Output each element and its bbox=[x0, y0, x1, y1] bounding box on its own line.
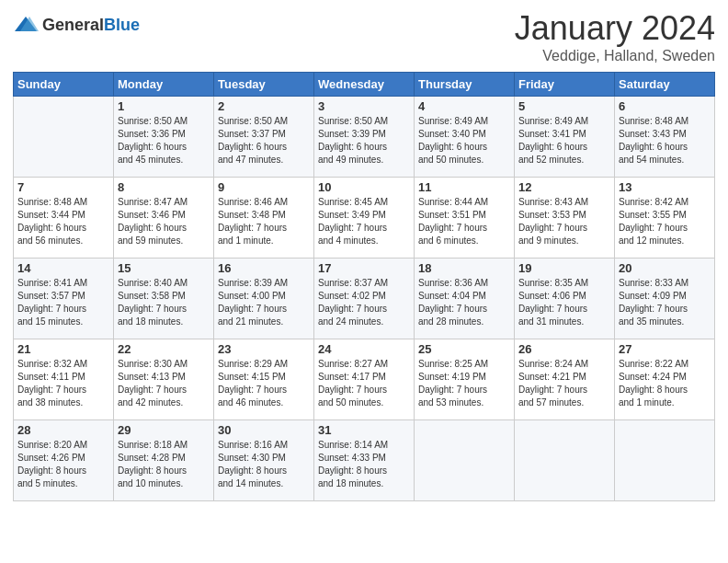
day-info: Sunrise: 8:47 AMSunset: 3:46 PMDaylight:… bbox=[118, 196, 210, 247]
calendar-cell: 12Sunrise: 8:43 AMSunset: 3:53 PMDayligh… bbox=[515, 178, 615, 259]
day-info: Sunrise: 8:24 AMSunset: 4:21 PMDaylight:… bbox=[518, 358, 610, 409]
calendar-week-row: 14Sunrise: 8:41 AMSunset: 3:57 PMDayligh… bbox=[14, 259, 715, 339]
logo-blue-text: Blue bbox=[104, 16, 140, 34]
calendar-cell bbox=[515, 420, 615, 501]
day-number: 29 bbox=[118, 423, 210, 437]
logo-icon bbox=[13, 13, 39, 39]
calendar-cell: 31Sunrise: 8:14 AMSunset: 4:33 PMDayligh… bbox=[314, 420, 415, 501]
day-info: Sunrise: 8:20 AMSunset: 4:26 PMDaylight:… bbox=[17, 439, 109, 490]
day-number: 31 bbox=[318, 423, 410, 437]
day-number: 25 bbox=[418, 342, 510, 356]
day-info: Sunrise: 8:43 AMSunset: 3:53 PMDaylight:… bbox=[518, 196, 610, 247]
calendar-cell: 10Sunrise: 8:45 AMSunset: 3:49 PMDayligh… bbox=[314, 178, 415, 259]
day-number: 26 bbox=[518, 342, 610, 356]
day-info: Sunrise: 8:37 AMSunset: 4:02 PMDaylight:… bbox=[318, 277, 410, 328]
calendar-cell: 18Sunrise: 8:36 AMSunset: 4:04 PMDayligh… bbox=[415, 259, 515, 339]
calendar-cell: 26Sunrise: 8:24 AMSunset: 4:21 PMDayligh… bbox=[515, 339, 615, 420]
day-info: Sunrise: 8:30 AMSunset: 4:13 PMDaylight:… bbox=[118, 358, 210, 409]
header: GeneralBlue January 2024 Veddige, Hallan… bbox=[13, 9, 715, 64]
day-number: 22 bbox=[118, 342, 210, 356]
calendar-cell: 11Sunrise: 8:44 AMSunset: 3:51 PMDayligh… bbox=[415, 178, 515, 259]
calendar-cell: 24Sunrise: 8:27 AMSunset: 4:17 PMDayligh… bbox=[314, 339, 415, 420]
day-number: 13 bbox=[619, 180, 711, 194]
calendar-cell: 28Sunrise: 8:20 AMSunset: 4:26 PMDayligh… bbox=[14, 420, 114, 501]
day-number: 15 bbox=[118, 261, 210, 275]
calendar-cell: 1Sunrise: 8:50 AMSunset: 3:36 PMDaylight… bbox=[114, 97, 214, 178]
day-number: 9 bbox=[218, 180, 310, 194]
weekday-header-tuesday: Tuesday bbox=[214, 73, 314, 97]
calendar-cell: 30Sunrise: 8:16 AMSunset: 4:30 PMDayligh… bbox=[214, 420, 314, 501]
day-number: 2 bbox=[218, 99, 310, 113]
day-number: 14 bbox=[17, 261, 109, 275]
day-info: Sunrise: 8:44 AMSunset: 3:51 PMDaylight:… bbox=[418, 196, 510, 247]
day-number: 5 bbox=[518, 99, 610, 113]
title-block: January 2024 Veddige, Halland, Sweden bbox=[515, 9, 715, 64]
calendar-cell: 29Sunrise: 8:18 AMSunset: 4:28 PMDayligh… bbox=[114, 420, 214, 501]
day-number: 21 bbox=[17, 342, 109, 356]
calendar-cell: 14Sunrise: 8:41 AMSunset: 3:57 PMDayligh… bbox=[14, 259, 114, 339]
day-number: 12 bbox=[518, 180, 610, 194]
calendar-page: GeneralBlue January 2024 Veddige, Hallan… bbox=[0, 0, 728, 563]
calendar-cell: 5Sunrise: 8:49 AMSunset: 3:41 PMDaylight… bbox=[515, 97, 615, 178]
calendar-cell: 27Sunrise: 8:22 AMSunset: 4:24 PMDayligh… bbox=[615, 339, 715, 420]
calendar-cell: 17Sunrise: 8:37 AMSunset: 4:02 PMDayligh… bbox=[314, 259, 415, 339]
calendar-week-row: 21Sunrise: 8:32 AMSunset: 4:11 PMDayligh… bbox=[14, 339, 715, 420]
day-info: Sunrise: 8:14 AMSunset: 4:33 PMDaylight:… bbox=[318, 439, 410, 490]
day-info: Sunrise: 8:45 AMSunset: 3:49 PMDaylight:… bbox=[318, 196, 410, 247]
day-number: 28 bbox=[17, 423, 109, 437]
calendar-cell bbox=[615, 420, 715, 501]
day-info: Sunrise: 8:39 AMSunset: 4:00 PMDaylight:… bbox=[218, 277, 310, 328]
calendar-cell: 16Sunrise: 8:39 AMSunset: 4:00 PMDayligh… bbox=[214, 259, 314, 339]
calendar-week-row: 7Sunrise: 8:48 AMSunset: 3:44 PMDaylight… bbox=[14, 178, 715, 259]
day-info: Sunrise: 8:18 AMSunset: 4:28 PMDaylight:… bbox=[118, 439, 210, 490]
calendar-cell bbox=[14, 97, 114, 178]
day-info: Sunrise: 8:50 AMSunset: 3:37 PMDaylight:… bbox=[218, 115, 310, 167]
weekday-header-wednesday: Wednesday bbox=[314, 73, 415, 97]
weekday-header-row: SundayMondayTuesdayWednesdayThursdayFrid… bbox=[14, 73, 715, 97]
day-info: Sunrise: 8:49 AMSunset: 3:41 PMDaylight:… bbox=[518, 115, 610, 167]
day-number: 30 bbox=[218, 423, 310, 437]
calendar-cell: 7Sunrise: 8:48 AMSunset: 3:44 PMDaylight… bbox=[14, 178, 114, 259]
calendar-cell: 8Sunrise: 8:47 AMSunset: 3:46 PMDaylight… bbox=[114, 178, 214, 259]
day-info: Sunrise: 8:48 AMSunset: 3:44 PMDaylight:… bbox=[17, 196, 109, 247]
day-info: Sunrise: 8:42 AMSunset: 3:55 PMDaylight:… bbox=[619, 196, 711, 247]
calendar-cell: 25Sunrise: 8:25 AMSunset: 4:19 PMDayligh… bbox=[415, 339, 515, 420]
day-info: Sunrise: 8:29 AMSunset: 4:15 PMDaylight:… bbox=[218, 358, 310, 409]
calendar-table: SundayMondayTuesdayWednesdayThursdayFrid… bbox=[13, 72, 715, 501]
day-number: 17 bbox=[318, 261, 410, 275]
calendar-cell bbox=[415, 420, 515, 501]
weekday-header-saturday: Saturday bbox=[615, 73, 715, 97]
day-info: Sunrise: 8:48 AMSunset: 3:43 PMDaylight:… bbox=[619, 115, 711, 167]
day-info: Sunrise: 8:46 AMSunset: 3:48 PMDaylight:… bbox=[218, 196, 310, 247]
day-number: 23 bbox=[218, 342, 310, 356]
calendar-cell: 6Sunrise: 8:48 AMSunset: 3:43 PMDaylight… bbox=[615, 97, 715, 178]
month-title: January 2024 bbox=[515, 9, 715, 48]
weekday-header-thursday: Thursday bbox=[415, 73, 515, 97]
day-number: 27 bbox=[619, 342, 711, 356]
calendar-header: SundayMondayTuesdayWednesdayThursdayFrid… bbox=[14, 73, 715, 97]
day-number: 7 bbox=[17, 180, 109, 194]
location-title: Veddige, Halland, Sweden bbox=[515, 48, 715, 64]
day-info: Sunrise: 8:50 AMSunset: 3:39 PMDaylight:… bbox=[318, 115, 410, 167]
weekday-header-sunday: Sunday bbox=[14, 73, 114, 97]
calendar-cell: 9Sunrise: 8:46 AMSunset: 3:48 PMDaylight… bbox=[214, 178, 314, 259]
day-number: 10 bbox=[318, 180, 410, 194]
day-info: Sunrise: 8:25 AMSunset: 4:19 PMDaylight:… bbox=[418, 358, 510, 409]
day-number: 6 bbox=[619, 99, 711, 113]
day-info: Sunrise: 8:35 AMSunset: 4:06 PMDaylight:… bbox=[518, 277, 610, 328]
calendar-cell: 20Sunrise: 8:33 AMSunset: 4:09 PMDayligh… bbox=[615, 259, 715, 339]
logo-general-text: General bbox=[42, 16, 104, 34]
day-number: 18 bbox=[418, 261, 510, 275]
calendar-cell: 19Sunrise: 8:35 AMSunset: 4:06 PMDayligh… bbox=[515, 259, 615, 339]
calendar-week-row: 28Sunrise: 8:20 AMSunset: 4:26 PMDayligh… bbox=[14, 420, 715, 501]
weekday-header-monday: Monday bbox=[114, 73, 214, 97]
day-number: 4 bbox=[418, 99, 510, 113]
day-info: Sunrise: 8:36 AMSunset: 4:04 PMDaylight:… bbox=[418, 277, 510, 328]
day-info: Sunrise: 8:22 AMSunset: 4:24 PMDaylight:… bbox=[619, 358, 711, 409]
day-info: Sunrise: 8:16 AMSunset: 4:30 PMDaylight:… bbox=[218, 439, 310, 490]
day-number: 8 bbox=[118, 180, 210, 194]
calendar-body: 1Sunrise: 8:50 AMSunset: 3:36 PMDaylight… bbox=[14, 97, 715, 501]
day-info: Sunrise: 8:27 AMSunset: 4:17 PMDaylight:… bbox=[318, 358, 410, 409]
day-info: Sunrise: 8:49 AMSunset: 3:40 PMDaylight:… bbox=[418, 115, 510, 167]
day-info: Sunrise: 8:41 AMSunset: 3:57 PMDaylight:… bbox=[17, 277, 109, 328]
